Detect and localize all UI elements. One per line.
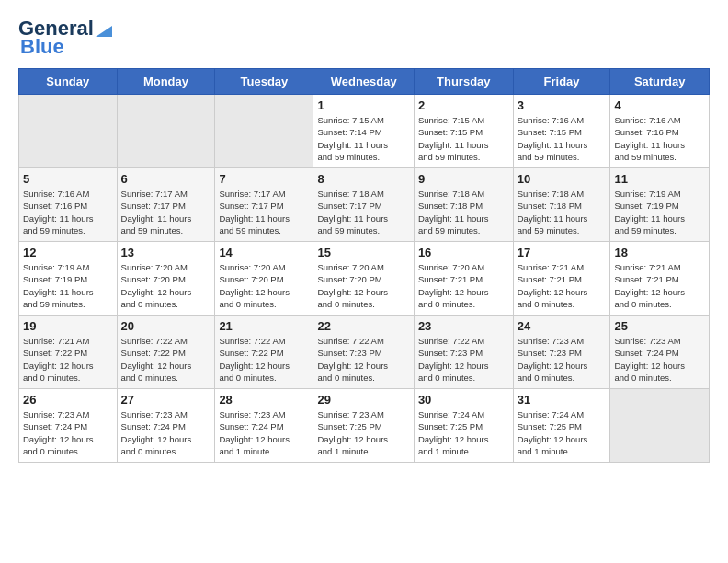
day-info: Sunrise: 7:16 AM Sunset: 7:15 PM Dayligh… [518,114,607,163]
calendar-cell: 13Sunrise: 7:20 AM Sunset: 7:20 PM Dayli… [117,242,215,316]
day-number: 13 [121,246,211,259]
day-info: Sunrise: 7:24 AM Sunset: 7:25 PM Dayligh… [418,408,509,457]
day-number: 28 [219,393,309,407]
day-info: Sunrise: 7:16 AM Sunset: 7:16 PM Dayligh… [23,188,113,236]
day-number: 18 [614,246,705,259]
day-info: Sunrise: 7:24 AM Sunset: 7:25 PM Dayligh… [518,408,607,457]
day-number: 27 [121,393,211,407]
day-number: 22 [317,319,409,333]
day-info: Sunrise: 7:22 AM Sunset: 7:23 PM Dayligh… [317,335,409,384]
day-number: 11 [614,172,705,186]
day-number: 30 [418,393,509,407]
day-info: Sunrise: 7:17 AM Sunset: 7:17 PM Dayligh… [219,188,309,236]
day-info: Sunrise: 7:19 AM Sunset: 7:19 PM Dayligh… [23,261,113,310]
day-number: 20 [121,319,211,333]
day-info: Sunrise: 7:21 AM Sunset: 7:21 PM Dayligh… [518,261,607,310]
day-info: Sunrise: 7:21 AM Sunset: 7:21 PM Dayligh… [614,261,705,310]
day-info: Sunrise: 7:23 AM Sunset: 7:24 PM Dayligh… [23,408,113,457]
calendar-cell: 30Sunrise: 7:24 AM Sunset: 7:25 PM Dayli… [414,389,513,463]
day-info: Sunrise: 7:20 AM Sunset: 7:20 PM Dayligh… [219,261,309,310]
day-number: 25 [614,319,705,333]
column-header-thursday: Thursday [414,69,513,95]
day-info: Sunrise: 7:21 AM Sunset: 7:22 PM Dayligh… [23,335,113,384]
day-number: 7 [219,172,309,186]
day-number: 17 [518,246,607,259]
svg-marker-0 [96,26,112,37]
calendar-cell: 7Sunrise: 7:17 AM Sunset: 7:17 PM Daylig… [215,168,313,242]
day-number: 8 [317,172,409,186]
column-header-saturday: Saturday [610,69,710,95]
day-info: Sunrise: 7:20 AM Sunset: 7:21 PM Dayligh… [418,261,509,310]
day-info: Sunrise: 7:20 AM Sunset: 7:20 PM Dayligh… [121,261,211,310]
calendar-cell: 26Sunrise: 7:23 AM Sunset: 7:24 PM Dayli… [19,389,118,463]
calendar-cell: 20Sunrise: 7:22 AM Sunset: 7:22 PM Dayli… [117,316,215,389]
day-number: 9 [418,172,509,186]
calendar-cell: 18Sunrise: 7:21 AM Sunset: 7:21 PM Dayli… [610,242,710,316]
calendar-cell: 10Sunrise: 7:18 AM Sunset: 7:18 PM Dayli… [513,168,610,242]
day-info: Sunrise: 7:19 AM Sunset: 7:19 PM Dayligh… [614,188,705,236]
day-info: Sunrise: 7:17 AM Sunset: 7:17 PM Dayligh… [121,188,211,236]
calendar-cell: 22Sunrise: 7:22 AM Sunset: 7:23 PM Dayli… [313,316,414,389]
calendar-table: SundayMondayTuesdayWednesdayThursdayFrid… [18,68,710,463]
calendar-cell: 16Sunrise: 7:20 AM Sunset: 7:21 PM Dayli… [414,242,513,316]
column-header-sunday: Sunday [19,69,118,95]
calendar-cell: 31Sunrise: 7:24 AM Sunset: 7:25 PM Dayli… [513,389,610,463]
calendar-cell: 29Sunrise: 7:23 AM Sunset: 7:25 PM Dayli… [313,389,414,463]
calendar-week-row: 19Sunrise: 7:21 AM Sunset: 7:22 PM Dayli… [19,316,710,389]
day-number: 4 [614,98,705,112]
day-number: 19 [23,319,113,333]
calendar-cell: 24Sunrise: 7:23 AM Sunset: 7:23 PM Dayli… [513,316,610,389]
calendar-cell: 9Sunrise: 7:18 AM Sunset: 7:18 PM Daylig… [414,168,513,242]
page-header: General Blue [18,18,710,59]
day-number: 14 [219,246,309,259]
calendar-cell: 19Sunrise: 7:21 AM Sunset: 7:22 PM Dayli… [19,316,118,389]
calendar-cell: 25Sunrise: 7:23 AM Sunset: 7:24 PM Dayli… [610,316,710,389]
calendar-cell: 11Sunrise: 7:19 AM Sunset: 7:19 PM Dayli… [610,168,710,242]
day-info: Sunrise: 7:23 AM Sunset: 7:24 PM Dayligh… [614,335,705,384]
calendar-cell [19,95,118,168]
day-number: 10 [518,172,607,186]
day-number: 21 [219,319,309,333]
calendar-cell: 4Sunrise: 7:16 AM Sunset: 7:16 PM Daylig… [610,95,710,168]
calendar-cell: 6Sunrise: 7:17 AM Sunset: 7:17 PM Daylig… [117,168,215,242]
day-number: 6 [121,172,211,186]
calendar-cell: 27Sunrise: 7:23 AM Sunset: 7:24 PM Dayli… [117,389,215,463]
day-number: 15 [317,246,409,259]
day-info: Sunrise: 7:23 AM Sunset: 7:24 PM Dayligh… [219,408,309,457]
day-info: Sunrise: 7:18 AM Sunset: 7:17 PM Dayligh… [317,188,409,236]
calendar-header-row: SundayMondayTuesdayWednesdayThursdayFrid… [19,69,710,95]
day-number: 1 [317,98,409,112]
column-header-monday: Monday [117,69,215,95]
calendar-cell: 14Sunrise: 7:20 AM Sunset: 7:20 PM Dayli… [215,242,313,316]
calendar-cell: 2Sunrise: 7:15 AM Sunset: 7:15 PM Daylig… [414,95,513,168]
calendar-cell [117,95,215,168]
calendar-week-row: 26Sunrise: 7:23 AM Sunset: 7:24 PM Dayli… [19,389,710,463]
day-info: Sunrise: 7:23 AM Sunset: 7:25 PM Dayligh… [317,408,409,457]
calendar-cell: 23Sunrise: 7:22 AM Sunset: 7:23 PM Dayli… [414,316,513,389]
day-number: 2 [418,98,509,112]
day-info: Sunrise: 7:22 AM Sunset: 7:23 PM Dayligh… [418,335,509,384]
calendar-week-row: 12Sunrise: 7:19 AM Sunset: 7:19 PM Dayli… [19,242,710,316]
calendar-cell: 8Sunrise: 7:18 AM Sunset: 7:17 PM Daylig… [313,168,414,242]
day-info: Sunrise: 7:18 AM Sunset: 7:18 PM Dayligh… [518,188,607,236]
day-info: Sunrise: 7:15 AM Sunset: 7:15 PM Dayligh… [418,114,509,163]
calendar-week-row: 1Sunrise: 7:15 AM Sunset: 7:14 PM Daylig… [19,95,710,168]
calendar-cell: 5Sunrise: 7:16 AM Sunset: 7:16 PM Daylig… [19,168,118,242]
calendar-week-row: 5Sunrise: 7:16 AM Sunset: 7:16 PM Daylig… [19,168,710,242]
day-info: Sunrise: 7:18 AM Sunset: 7:18 PM Dayligh… [418,188,509,236]
day-info: Sunrise: 7:15 AM Sunset: 7:14 PM Dayligh… [317,114,409,163]
logo: General Blue [18,18,114,59]
calendar-cell [610,389,710,463]
day-info: Sunrise: 7:23 AM Sunset: 7:24 PM Dayligh… [121,408,211,457]
day-number: 5 [23,172,113,186]
column-header-tuesday: Tuesday [215,69,313,95]
calendar-cell: 21Sunrise: 7:22 AM Sunset: 7:22 PM Dayli… [215,316,313,389]
day-number: 29 [317,393,409,407]
calendar-cell [215,95,313,168]
calendar-cell: 15Sunrise: 7:20 AM Sunset: 7:20 PM Dayli… [313,242,414,316]
column-header-friday: Friday [513,69,610,95]
logo-blue: Blue [20,35,64,59]
day-number: 31 [518,393,607,407]
column-header-wednesday: Wednesday [313,69,414,95]
day-number: 26 [23,393,113,407]
